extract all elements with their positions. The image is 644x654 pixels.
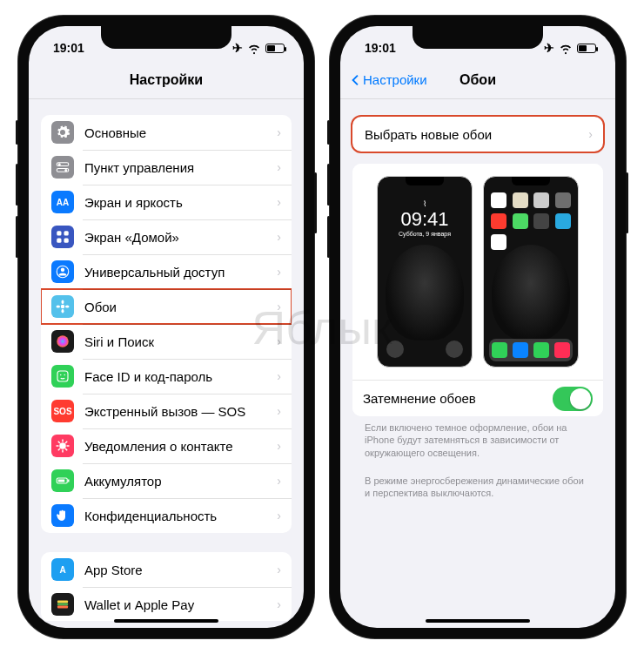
control-center-icon (51, 156, 74, 179)
svg-rect-7 (64, 239, 69, 243)
display-icon: AA (51, 191, 74, 213)
faceid-icon (51, 365, 74, 388)
appstore-icon: A (51, 558, 74, 581)
settings-row-display[interactable]: AAЭкран и яркость› (41, 185, 292, 219)
svg-rect-16 (57, 371, 68, 381)
svg-point-15 (57, 335, 69, 347)
svg-line-27 (65, 442, 67, 443)
settings-row-control-center[interactable]: Пункт управления› (41, 150, 292, 185)
exposure-icon (51, 435, 74, 457)
svg-rect-6 (57, 239, 61, 243)
wallpaper-icon (51, 295, 74, 318)
svg-rect-5 (64, 231, 69, 235)
svg-point-12 (62, 309, 64, 314)
airplane-icon: ✈︎ (544, 41, 554, 55)
chevron-right-icon: › (277, 439, 281, 453)
svg-rect-4 (57, 231, 61, 235)
settings-row-label: Основные (84, 125, 277, 140)
notch (101, 26, 231, 49)
svg-point-19 (59, 442, 66, 449)
settings-row-label: Обои (84, 300, 277, 314)
battery-icon (51, 469, 74, 492)
settings-row-general[interactable]: Основные› (41, 115, 292, 150)
footnote-1: Если включено темное оформление, обои на… (352, 416, 603, 459)
sos-icon: SOS (51, 400, 74, 422)
settings-row-wallpaper[interactable]: Обои› (41, 289, 292, 324)
settings-row-appstore[interactable]: AApp Store› (41, 552, 292, 587)
chevron-right-icon: › (277, 334, 281, 348)
svg-rect-30 (58, 480, 65, 482)
chevron-right-icon: › (277, 563, 281, 576)
chevron-left-icon (347, 72, 363, 88)
home-indicator (426, 619, 530, 623)
svg-point-13 (57, 306, 61, 308)
chevron-right-icon: › (277, 195, 281, 209)
svg-point-17 (60, 374, 62, 376)
settings-row-siri[interactable]: Siri и Поиск› (41, 324, 292, 359)
settings-row-label: Экстренный вызов — SOS (84, 404, 277, 419)
notch (413, 26, 543, 49)
chevron-right-icon: › (277, 369, 281, 383)
dim-wallpaper-label: Затемнение обоев (363, 391, 476, 406)
general-icon (51, 121, 74, 144)
chevron-right-icon: › (277, 597, 281, 611)
chevron-right-icon: › (588, 127, 593, 141)
settings-row-label: Face ID и код-пароль (84, 369, 277, 384)
settings-row-faceid[interactable]: Face ID и код-пароль› (41, 359, 292, 394)
settings-row-label: Экран и яркость (84, 195, 277, 210)
settings-row-label: App Store (84, 563, 277, 577)
home-screen-preview[interactable] (483, 176, 579, 367)
chevron-right-icon: › (277, 265, 281, 279)
nav-bar: Настройки Обои (340, 61, 615, 99)
svg-rect-29 (68, 480, 70, 482)
svg-rect-31 (57, 601, 68, 603)
svg-point-3 (64, 169, 67, 172)
choose-wallpaper-label: Выбрать новые обои (365, 127, 588, 142)
chevron-right-icon: › (277, 300, 281, 314)
settings-row-home-screen[interactable]: Экран «Домой»› (41, 219, 292, 254)
settings-row-sos[interactable]: SOSЭкстренный вызов — SOS› (41, 394, 292, 428)
settings-row-privacy[interactable]: Конфиденциальность› (41, 498, 292, 533)
svg-point-1 (58, 163, 61, 165)
svg-point-11 (62, 300, 64, 305)
choose-wallpaper-row[interactable]: Выбрать новые обои › (352, 117, 603, 152)
settings-group: Основные›Пункт управления›AAЭкран и ярко… (41, 115, 292, 533)
chevron-right-icon: › (277, 160, 281, 174)
svg-point-10 (61, 305, 65, 309)
svg-line-25 (65, 448, 67, 450)
accessibility-icon (51, 260, 74, 283)
svg-line-26 (58, 448, 60, 450)
settings-row-exposure[interactable]: Уведомления о контакте› (41, 428, 292, 463)
settings-row-accessibility[interactable]: Универсальный доступ› (41, 254, 292, 289)
settings-row-label: Экран «Домой» (84, 230, 277, 245)
status-time: 19:01 (365, 41, 396, 55)
airplane-icon: ✈︎ (232, 41, 243, 55)
settings-row-wallet[interactable]: Wallet и Apple Pay› (41, 587, 292, 621)
back-label: Настройки (363, 72, 427, 87)
back-button[interactable]: Настройки (347, 72, 427, 88)
lock-date: Суббота, 9 января (378, 231, 472, 237)
dim-wallpaper-toggle[interactable] (553, 387, 593, 411)
settings-row-label: Wallet и Apple Pay (84, 597, 277, 612)
settings-row-label: Уведомления о контакте (84, 439, 277, 454)
svg-line-24 (58, 442, 60, 443)
svg-point-14 (65, 306, 70, 308)
home-screen-icon (51, 226, 74, 248)
privacy-icon (51, 504, 74, 527)
lock-screen-preview[interactable]: ⌇ 09:41 Суббота, 9 января (377, 176, 473, 367)
settings-row-label: Универсальный доступ (84, 265, 277, 280)
svg-rect-33 (57, 606, 68, 609)
chevron-right-icon: › (277, 125, 281, 139)
wallpaper-previews: ⌇ 09:41 Суббота, 9 января (352, 164, 603, 380)
settings-group: AApp Store›Wallet и Apple Pay› (41, 552, 292, 621)
wifi-icon (246, 40, 262, 56)
status-time: 19:01 (53, 41, 84, 55)
page-title: Настройки (130, 72, 203, 88)
settings-row-label: Siri и Поиск (84, 334, 277, 349)
settings-row-battery[interactable]: Аккумулятор› (41, 463, 292, 498)
settings-row-label: Конфиденциальность (84, 509, 277, 523)
home-indicator (114, 619, 218, 623)
settings-row-label: Аккумулятор (84, 474, 277, 489)
wifi-icon (558, 40, 574, 56)
siri-icon (51, 330, 74, 353)
